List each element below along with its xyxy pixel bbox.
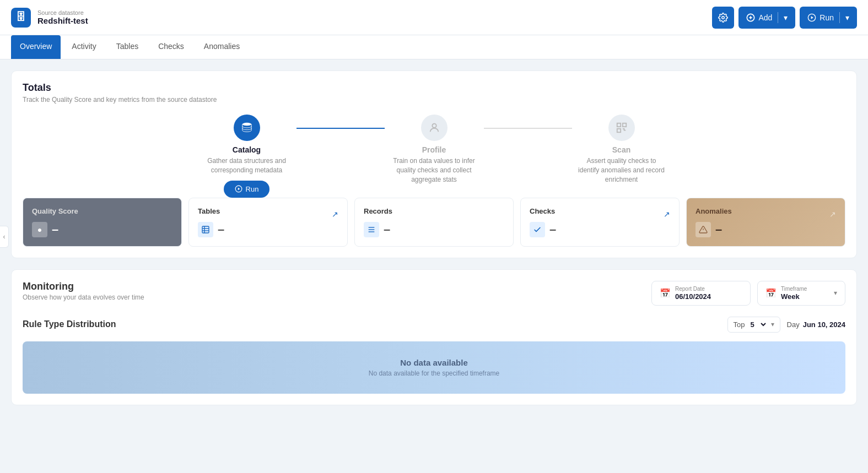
timeframe-control[interactable]: 📅 Timeframe Week ▾ [757, 281, 845, 306]
scan-icon [616, 122, 628, 134]
settings-button[interactable] [712, 7, 734, 29]
datastore-name: Redshift-test [37, 16, 88, 25]
no-data-bar: No data available No data available for … [23, 341, 845, 394]
profile-icon [428, 122, 440, 134]
quality-score-value-row: ● – [32, 222, 172, 237]
checks-title: Checks [530, 207, 555, 215]
records-value-row: – [364, 222, 504, 237]
tab-checks[interactable]: Checks [149, 35, 193, 59]
anomalies-value-row: – [696, 222, 836, 237]
svg-point-6 [242, 123, 251, 126]
step-catalog: Catalog Gather data structures and corre… [197, 115, 296, 198]
svg-rect-13 [202, 226, 209, 233]
scan-label: Scan [612, 145, 630, 154]
day-control: Day Jun 10, 2024 [787, 320, 845, 329]
metric-checks: Checks ↗ – [520, 198, 680, 247]
monitoring-title: Monitoring [23, 281, 144, 292]
tab-overview[interactable]: Overview [11, 35, 61, 59]
catalog-label: Catalog [233, 145, 261, 154]
add-button[interactable]: Add ▾ [738, 7, 795, 29]
anomalies-title: Anomalies [696, 207, 732, 215]
records-icon [364, 222, 379, 237]
checks-arrow[interactable]: ↗ [664, 210, 670, 219]
quality-score-title: Quality Score [32, 207, 172, 215]
day-label: Day [787, 320, 800, 329]
anomalies-arrow[interactable]: ↗ [829, 210, 836, 219]
play-circle-icon [235, 185, 242, 193]
tab-activity[interactable]: Activity [63, 35, 105, 59]
database-icon [241, 122, 253, 134]
svg-rect-10 [617, 123, 620, 127]
records-title: Records [364, 207, 504, 215]
top-chevron-icon: ▾ [771, 320, 774, 328]
quality-score-icon: ● [32, 222, 47, 237]
header: 🗄 Source datastore Redshift-test Add ▾ R… [0, 0, 868, 35]
timeframe-chevron-icon: ▾ [834, 289, 837, 297]
timeframe-value: Week [781, 292, 800, 301]
tables-value-row: – [198, 222, 338, 237]
tables-title: Tables [198, 207, 220, 215]
metric-records: Records – [354, 198, 514, 247]
monitoring-header: Monitoring Observe how your data evolves… [23, 281, 845, 306]
metric-anomalies: Anomalies ↗ – [686, 198, 845, 247]
svg-marker-8 [238, 188, 240, 191]
svg-marker-5 [811, 16, 813, 19]
catalog-desc: Gather data structures and corresponding… [203, 156, 291, 175]
top-control: Top 5 10 15 ▾ [727, 317, 780, 333]
profile-desc: Train on data values to infer quality ch… [390, 156, 478, 184]
totals-section: Totals Track the Quality Score and key m… [11, 70, 857, 258]
tables-num: – [218, 222, 224, 237]
calendar-icon: 📅 [660, 288, 671, 298]
step-scan: Scan Assert quality checks to identify a… [572, 115, 671, 189]
day-value: Jun 10, 2024 [803, 320, 845, 329]
rule-type-distribution: Rule Type Distribution Top 5 10 15 ▾ Day… [23, 317, 845, 394]
run-chevron-icon: ▾ [845, 13, 849, 22]
header-subtitle: Source datastore [37, 9, 88, 16]
tables-arrow[interactable]: ↗ [332, 210, 338, 219]
totals-title: Totals [23, 82, 845, 94]
report-date-control[interactable]: 📅 Report Date 06/10/2024 [651, 281, 751, 306]
no-data-title: No data available [39, 358, 829, 367]
scan-step-icon [608, 115, 635, 141]
tab-tables[interactable]: Tables [107, 35, 147, 59]
monitoring-description: Observe how your data evolves over time [23, 293, 144, 301]
app-icon: 🗄 [11, 8, 31, 28]
svg-point-9 [432, 124, 436, 128]
timeframe-calendar-icon: 📅 [765, 288, 777, 298]
tab-anomalies[interactable]: Anomalies [195, 35, 249, 59]
records-num: – [384, 222, 390, 237]
add-chevron-icon: ▾ [784, 13, 788, 22]
svg-rect-11 [622, 123, 626, 127]
plus-icon [746, 13, 755, 22]
anomalies-icon [696, 222, 711, 237]
report-date-label: Report Date [675, 286, 711, 292]
scan-desc: Assert quality checks to identify anomal… [578, 156, 666, 184]
top-select[interactable]: 5 10 15 [748, 320, 768, 329]
metric-tables: Tables ↗ – [188, 198, 348, 247]
main-content: Totals Track the Quality Score and key m… [0, 59, 868, 427]
checks-num: – [549, 222, 556, 237]
metric-quality-score: Quality Score ● – [23, 198, 182, 247]
header-actions: Add ▾ Run ▾ [712, 7, 857, 29]
catalog-run-button[interactable]: Run [224, 181, 270, 198]
run-button[interactable]: Run ▾ [800, 7, 857, 29]
tables-icon [198, 222, 213, 237]
header-title: Source datastore Redshift-test [37, 9, 88, 25]
distribution-controls: Top 5 10 15 ▾ Day Jun 10, 2024 [727, 317, 845, 333]
monitoring-title-block: Monitoring Observe how your data evolves… [23, 281, 144, 301]
anomalies-num: – [715, 222, 722, 237]
distribution-title: Rule Type Distribution [23, 319, 116, 329]
play-icon [807, 13, 816, 22]
timeframe-label: Timeframe [781, 286, 829, 292]
svg-point-0 [722, 16, 725, 19]
monitoring-controls: 📅 Report Date 06/10/2024 📅 Timeframe Wee… [651, 281, 845, 306]
checks-value-row: – [530, 222, 670, 237]
checks-icon [530, 222, 545, 237]
top-label: Top [734, 320, 745, 329]
profile-label: Profile [422, 145, 446, 154]
sidebar-toggle[interactable]: ‹ [0, 226, 9, 248]
totals-description: Track the Quality Score and key metrics … [23, 96, 845, 104]
connector-2 [484, 128, 572, 129]
connector-1 [296, 128, 385, 129]
svg-rect-12 [617, 129, 620, 132]
